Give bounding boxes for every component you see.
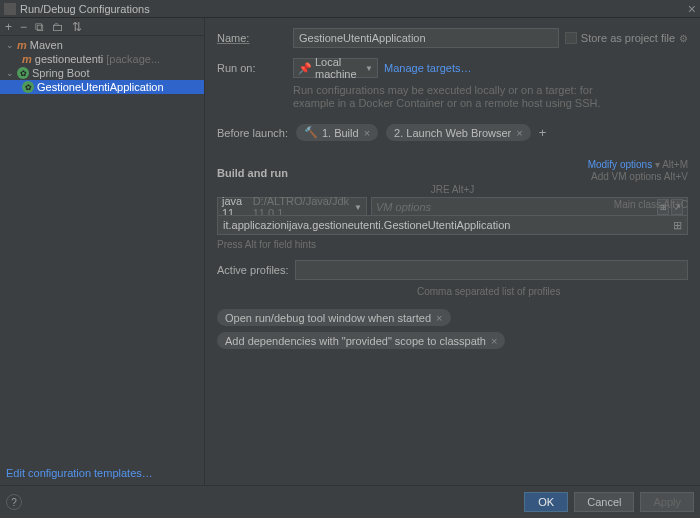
before-chip-browser[interactable]: 2. Launch Web Browser × [386,124,531,141]
tree-label: Spring Boot [32,67,89,79]
main-class-value: it.applicazionijava.gestioneutenti.Gesti… [223,219,510,231]
manage-targets-link[interactable]: Manage targets… [384,62,471,74]
pin-icon: 📌 [298,62,312,75]
add-vm-hint[interactable]: Add VM options [591,171,662,182]
tree-node-maven[interactable]: ⌄ m Maven [0,38,204,52]
sidebar-toolbar: + − ⧉ 🗀 ⇅ [0,18,204,36]
hammer-icon: 🔨 [304,126,318,139]
name-label: Name: [217,32,287,44]
runon-row: Run on: 📌 Local machine ▼ Manage targets… [217,58,688,78]
field-hint: Press Alt for field hints [217,239,688,250]
chevron-down-icon: ▾ [655,159,660,170]
profiles-input[interactable] [295,260,688,280]
tree-label: Maven [30,39,63,51]
profiles-label: Active profiles: [217,264,289,276]
option-chips: Open run/debug tool window when started … [217,309,688,349]
close-icon[interactable]: × [436,312,442,324]
cancel-button[interactable]: Cancel [574,492,634,512]
modify-options-link[interactable]: Modify options [588,159,652,170]
chip-open-tool-window[interactable]: Open run/debug tool window when started … [217,309,451,326]
before-chip-build[interactable]: 🔨 1. Build × [296,124,378,141]
tree-node-springboot-child[interactable]: ✿ GestioneUtentiApplication [0,80,204,94]
sort-button[interactable]: ⇅ [72,20,82,34]
runon-select[interactable]: 📌 Local machine ▼ [293,58,378,78]
chevron-down-icon: ⌄ [6,68,14,78]
spring-icon: ✿ [22,81,34,93]
close-icon[interactable]: × [364,127,370,139]
window-title: Run/Debug Configurations [20,3,150,15]
name-input[interactable] [293,28,559,48]
spring-icon: ✿ [17,67,29,79]
main-class-input[interactable]: it.applicazionijava.gestioneutenti.Gesti… [217,215,688,235]
main-panel: Name: Store as project file ⚙ Run on: 📌 … [205,18,700,485]
sidebar: + − ⧉ 🗀 ⇅ ⌄ m Maven m gestioneutenti [pa… [0,18,205,485]
checkbox-icon[interactable] [565,32,577,44]
content: + − ⧉ 🗀 ⇅ ⌄ m Maven m gestioneutenti [pa… [0,18,700,485]
before-launch-row: Before launch: 🔨 1. Build × 2. Launch We… [217,124,688,141]
footer: ? OK Cancel Apply [0,485,700,518]
shortcut-hint: Alt+V [664,171,688,182]
maven-icon: m [22,53,32,65]
tree-label-hint: [package... [106,53,160,65]
help-button[interactable]: ? [6,494,22,510]
jre-hint: JRE Alt+J [431,184,475,195]
chip-provided-scope[interactable]: Add dependencies with "provided" scope t… [217,332,505,349]
edit-templates-link[interactable]: Edit configuration templates… [0,461,204,485]
gear-icon[interactable]: ⚙ [679,33,688,44]
copy-config-button[interactable]: ⧉ [35,20,44,34]
chevron-down-icon: ⌄ [6,40,14,50]
tree-label: GestioneUtentiApplication [37,81,164,93]
add-before-launch-button[interactable]: + [539,125,547,140]
profiles-hint: Comma separated list of profiles [217,286,688,297]
build-run-header: Build and run Modify options ▾ Alt+M Add… [217,159,688,183]
runon-description: Run configurations may be executed local… [293,84,688,110]
name-row: Name: Store as project file ⚙ [217,28,688,48]
close-icon[interactable]: × [516,127,522,139]
tree-label: gestioneutenti [35,53,104,65]
close-icon[interactable]: × [688,1,696,17]
config-tree: ⌄ m Maven m gestioneutenti [package... ⌄… [0,36,204,461]
runon-label: Run on: [217,62,287,74]
chevron-down-icon: ▼ [365,64,373,73]
app-icon [4,3,16,15]
build-run-title: Build and run [217,167,288,179]
apply-button[interactable]: Apply [640,492,694,512]
before-launch-label: Before launch: [217,127,288,139]
add-config-button[interactable]: + [5,20,12,34]
runon-value: Local machine [315,56,365,80]
close-icon[interactable]: × [491,335,497,347]
ok-button[interactable]: OK [524,492,568,512]
remove-config-button[interactable]: − [20,20,27,34]
store-label: Store as project file [581,32,675,44]
titlebar: Run/Debug Configurations × [0,0,700,18]
mainclass-hint: Main class Alt+C [217,199,688,210]
shortcut-hint: Alt+M [662,159,688,170]
maven-icon: m [17,39,27,51]
tree-node-maven-child[interactable]: m gestioneutenti [package... [0,52,204,66]
store-as-project-file[interactable]: Store as project file ⚙ [565,32,688,44]
tree-node-springboot[interactable]: ⌄ ✿ Spring Boot [0,66,204,80]
profiles-row: Active profiles: [217,260,688,280]
expand-icon[interactable]: ⊞ [673,219,682,232]
folder-button[interactable]: 🗀 [52,20,64,34]
